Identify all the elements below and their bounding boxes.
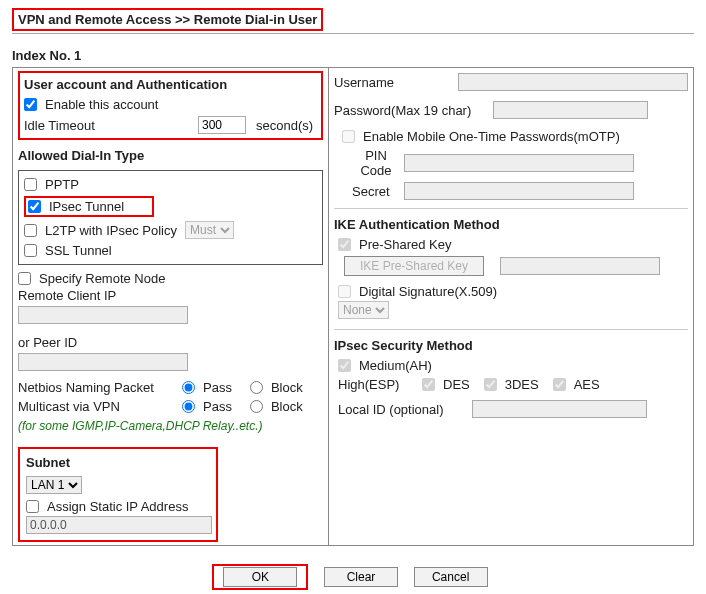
button-row: OK Clear Cancel	[12, 564, 694, 590]
medium-checkbox[interactable]	[338, 359, 351, 372]
account-auth-frame: User account and Authentication Enable t…	[18, 71, 323, 140]
l2tp-policy-select[interactable]: Must	[185, 221, 234, 239]
allowed-dialin-heading: Allowed Dial-In Type	[18, 146, 323, 166]
multicast-block-radio[interactable]	[250, 400, 263, 413]
allowed-dialin-box: PPTP IPsec Tunnel L2TP with IPsec Policy…	[18, 170, 323, 265]
psk-label: Pre-Shared Key	[359, 237, 452, 252]
ipsec-sec-heading: IPsec Security Method	[334, 336, 688, 356]
3des-label: 3DES	[505, 377, 539, 392]
l2tp-label: L2TP with IPsec Policy	[45, 223, 177, 238]
aes-checkbox[interactable]	[553, 378, 566, 391]
right-column: Username Password(Max 19 char) Enable Mo…	[329, 68, 694, 546]
multicast-block-label: Block	[271, 399, 303, 414]
password-label: Password(Max 19 char)	[334, 103, 489, 118]
netbios-block-label: Block	[271, 380, 303, 395]
netbios-block-radio[interactable]	[250, 381, 263, 394]
subnet-frame: Subnet LAN 1 Assign Static IP Address	[18, 447, 218, 542]
ssl-checkbox[interactable]	[24, 244, 37, 257]
account-auth-heading: User account and Authentication	[24, 75, 317, 95]
multicast-pass-radio[interactable]	[182, 400, 195, 413]
medium-label: Medium(AH)	[359, 358, 432, 373]
des-label: DES	[443, 377, 470, 392]
enable-account-checkbox[interactable]	[24, 98, 37, 111]
pptp-checkbox[interactable]	[24, 178, 37, 191]
idle-timeout-label: Idle Timeout	[24, 118, 194, 133]
multicast-label: Multicast via VPN	[18, 399, 178, 414]
idle-timeout-unit: second(s)	[256, 118, 313, 133]
pin-field[interactable]	[404, 154, 634, 172]
clear-button[interactable]: Clear	[324, 567, 398, 587]
netbios-label: Netbios Naming Packet	[18, 380, 178, 395]
multicast-pass-label: Pass	[203, 399, 232, 414]
specify-remote-label: Specify Remote Node	[39, 271, 165, 286]
ok-frame: OK	[212, 564, 308, 590]
local-id-label: Local ID (optional)	[338, 402, 468, 417]
motp-label: Enable Mobile One-Time Passwords(mOTP)	[363, 129, 620, 144]
index-number: Index No. 1	[12, 48, 694, 63]
ds-select[interactable]: None	[338, 301, 389, 319]
enable-account-label: Enable this account	[45, 97, 158, 112]
high-esp-label: High(ESP)	[338, 377, 418, 392]
left-column: User account and Authentication Enable t…	[13, 68, 329, 546]
l2tp-checkbox[interactable]	[24, 224, 37, 237]
multicast-note: (for some IGMP,IP-Camera,DHCP Relay..etc…	[18, 416, 323, 435]
ipsec-checkbox[interactable]	[28, 200, 41, 213]
ds-checkbox[interactable]	[338, 285, 351, 298]
motp-checkbox[interactable]	[342, 130, 355, 143]
ok-button[interactable]: OK	[223, 567, 297, 587]
username-field[interactable]	[458, 73, 688, 91]
local-id-field[interactable]	[472, 400, 647, 418]
username-label: Username	[334, 75, 454, 90]
pin-label: PIN Code	[352, 148, 400, 178]
remote-client-ip-label: Remote Client IP	[18, 288, 323, 303]
cancel-button[interactable]: Cancel	[414, 567, 488, 587]
or-peer-id-label: or Peer ID	[18, 335, 323, 350]
secret-field[interactable]	[404, 182, 634, 200]
static-ip-field[interactable]	[26, 516, 212, 534]
specify-remote-checkbox[interactable]	[18, 272, 31, 285]
ike-auth-heading: IKE Authentication Method	[334, 215, 688, 235]
3des-checkbox[interactable]	[484, 378, 497, 391]
subnet-select[interactable]: LAN 1	[26, 476, 82, 494]
netbios-pass-label: Pass	[203, 380, 232, 395]
netbios-pass-radio[interactable]	[182, 381, 195, 394]
psk-value-field[interactable]	[500, 257, 660, 275]
peer-id-field[interactable]	[18, 353, 188, 371]
breadcrumb-row: VPN and Remote Access >> Remote Dial-in …	[12, 8, 694, 34]
subnet-heading: Subnet	[26, 453, 210, 473]
breadcrumb: VPN and Remote Access >> Remote Dial-in …	[12, 8, 323, 31]
remote-client-ip-field[interactable]	[18, 306, 188, 324]
secret-label: Secret	[352, 184, 400, 199]
idle-timeout-field[interactable]	[198, 116, 246, 134]
ssl-label: SSL Tunnel	[45, 243, 112, 258]
assign-static-checkbox[interactable]	[26, 500, 39, 513]
psk-button[interactable]: IKE Pre-Shared Key	[344, 256, 484, 276]
aes-label: AES	[574, 377, 600, 392]
psk-checkbox[interactable]	[338, 238, 351, 251]
ds-label: Digital Signature(X.509)	[359, 284, 497, 299]
assign-static-label: Assign Static IP Address	[47, 499, 188, 514]
config-table: User account and Authentication Enable t…	[12, 67, 694, 546]
ipsec-label: IPsec Tunnel	[49, 199, 124, 214]
des-checkbox[interactable]	[422, 378, 435, 391]
pptp-label: PPTP	[45, 177, 79, 192]
password-field[interactable]	[493, 101, 648, 119]
